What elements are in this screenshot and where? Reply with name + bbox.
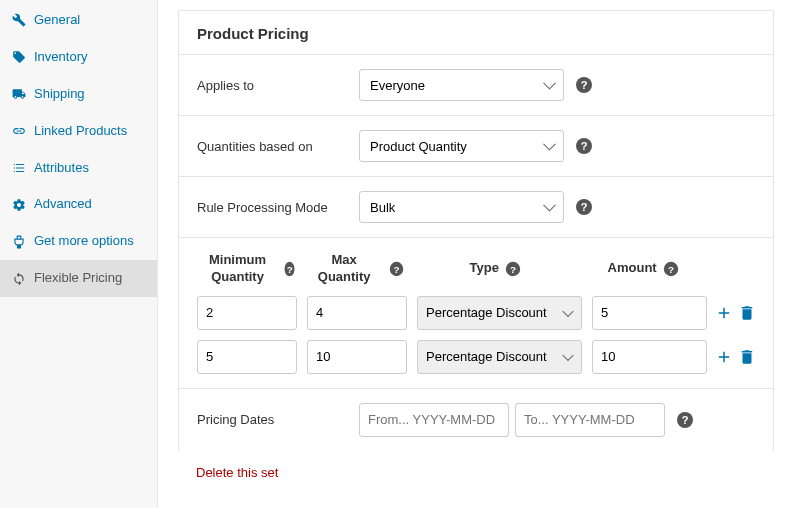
sidebar-item-label: Inventory [34,49,87,66]
tag-icon [12,50,26,64]
sidebar-item-general[interactable]: General [0,2,157,39]
sidebar-item-label: Attributes [34,160,89,177]
gear-icon [12,198,26,212]
sidebar-item-label: Linked Products [34,123,127,140]
date-to-input[interactable] [515,403,665,437]
sidebar-item-shipping[interactable]: Shipping [0,76,157,113]
main-content: Product Pricing Applies to Everyone ? Qu… [158,0,789,508]
date-from-input[interactable] [359,403,509,437]
delete-set-link[interactable]: Delete this set [178,451,774,494]
max-quantity-input[interactable] [307,340,407,374]
wrench-icon [12,13,26,27]
add-rule-icon[interactable] [715,304,733,322]
help-icon[interactable]: ? [663,262,677,276]
truck-icon [12,87,26,101]
refresh-icon [12,272,26,286]
link-icon [12,124,26,138]
processing-mode-select[interactable]: Bulk [359,191,564,223]
delete-rule-icon[interactable] [738,304,756,322]
sidebar-item-advanced[interactable]: Advanced [0,186,157,223]
amount-input[interactable] [592,340,707,374]
sidebar-item-inventory[interactable]: Inventory [0,39,157,76]
rule-row: Percentage Discount [197,296,755,330]
help-icon[interactable]: ? [677,412,693,428]
processing-mode-label: Rule Processing Mode [197,200,347,215]
type-select[interactable]: Percentage Discount [417,296,582,330]
sidebar-item-attributes[interactable]: Attributes [0,150,157,187]
min-quantity-input[interactable] [197,296,297,330]
sidebar-item-label: Advanced [34,196,92,213]
help-icon[interactable]: ? [576,199,592,215]
sidebar-item-label: General [34,12,80,29]
quantities-based-select[interactable]: Product Quantity [359,130,564,162]
sidebar-item-flexible-pricing[interactable]: Flexible Pricing [0,260,157,297]
sidebar: General Inventory Shipping Linked Produc… [0,0,158,508]
amount-input[interactable] [592,296,707,330]
sidebar-item-label: Flexible Pricing [34,270,122,287]
header-amount: Amount [608,260,657,277]
help-icon[interactable]: ? [285,262,295,276]
header-type: Type [470,260,499,277]
rule-row: Percentage Discount [197,340,755,374]
applies-to-label: Applies to [197,78,347,93]
sidebar-item-linked-products[interactable]: Linked Products [0,113,157,150]
delete-rule-icon[interactable] [738,348,756,366]
help-icon[interactable]: ? [390,262,404,276]
add-rule-icon[interactable] [715,348,733,366]
page-title: Product Pricing [179,11,773,55]
help-icon[interactable]: ? [506,262,520,276]
min-quantity-input[interactable] [197,340,297,374]
max-quantity-input[interactable] [307,296,407,330]
sidebar-item-get-more-options[interactable]: Get more options [0,223,157,260]
help-icon[interactable]: ? [576,77,592,93]
header-max: Max Quantity [305,252,382,286]
sidebar-item-label: Get more options [34,233,134,250]
applies-to-select[interactable]: Everyone [359,69,564,101]
quantities-based-label: Quantities based on [197,139,347,154]
type-select[interactable]: Percentage Discount [417,340,582,374]
header-min: Minimum Quantity [197,252,278,286]
list-icon [12,161,26,175]
plugin-icon [12,235,26,249]
sidebar-item-label: Shipping [34,86,85,103]
dates-label: Pricing Dates [197,412,347,427]
help-icon[interactable]: ? [576,138,592,154]
